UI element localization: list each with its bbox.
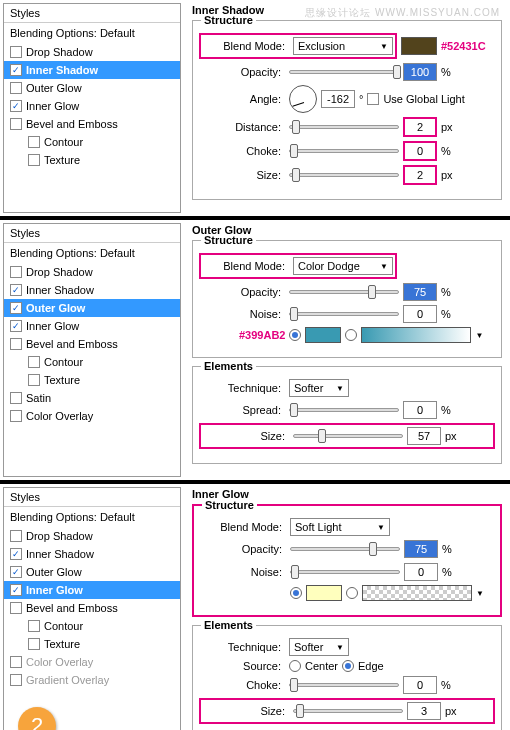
- color-swatch[interactable]: [306, 585, 342, 601]
- fieldset-legend: Structure: [201, 14, 256, 26]
- style-contour[interactable]: Contour: [4, 353, 180, 371]
- style-inner-shadow[interactable]: ✓Inner Shadow: [4, 61, 180, 79]
- gradient-radio[interactable]: [345, 329, 357, 341]
- technique-select[interactable]: Softer▼: [289, 638, 349, 656]
- style-contour[interactable]: Contour: [4, 617, 180, 635]
- global-light-checkbox[interactable]: [367, 93, 379, 105]
- chevron-down-icon: ▼: [380, 262, 388, 271]
- choke-input[interactable]: 0: [403, 141, 437, 161]
- structure-fieldset: Structure Blend Mode: Exclusion▼ #52431C…: [192, 20, 502, 200]
- style-inner-glow[interactable]: ✓Inner Glow: [4, 317, 180, 335]
- spread-input[interactable]: 0: [403, 401, 437, 419]
- checkbox-icon[interactable]: [10, 82, 22, 94]
- blending-options[interactable]: Blending Options: Default: [4, 23, 180, 43]
- style-outer-glow[interactable]: Outer Glow: [4, 79, 180, 97]
- color-hex-label: #52431C: [441, 40, 486, 52]
- style-inner-shadow[interactable]: ✓Inner Shadow: [4, 545, 180, 563]
- blend-mode-select[interactable]: Color Dodge▼: [293, 257, 393, 275]
- checkbox-icon[interactable]: ✓: [10, 100, 22, 112]
- opacity-label: Opacity:: [199, 66, 285, 78]
- style-color-overlay[interactable]: Color Overlay: [4, 653, 180, 671]
- style-satin[interactable]: Satin: [4, 389, 180, 407]
- checkbox-icon[interactable]: [10, 46, 22, 58]
- size-slider[interactable]: [293, 709, 403, 713]
- opacity-input[interactable]: 100: [403, 63, 437, 81]
- technique-select[interactable]: Softer▼: [289, 379, 349, 397]
- distance-input[interactable]: 2: [403, 117, 437, 137]
- style-drop-shadow[interactable]: Drop Shadow: [4, 263, 180, 281]
- color-radio[interactable]: [289, 329, 301, 341]
- style-bevel-emboss[interactable]: Bevel and Emboss: [4, 599, 180, 617]
- style-drop-shadow[interactable]: Drop Shadow: [4, 43, 180, 61]
- style-inner-glow[interactable]: ✓Inner Glow: [4, 581, 180, 599]
- choke-label: Choke:: [199, 145, 285, 157]
- gradient-radio[interactable]: [346, 587, 358, 599]
- noise-input[interactable]: 0: [404, 563, 438, 581]
- style-drop-shadow[interactable]: Drop Shadow: [4, 527, 180, 545]
- angle-input[interactable]: -162: [321, 90, 355, 108]
- styles-panel: Styles Blending Options: Default Drop Sh…: [3, 487, 181, 730]
- checkbox-icon[interactable]: ✓: [10, 64, 22, 76]
- spread-slider[interactable]: [289, 408, 399, 412]
- gradient-preview[interactable]: [361, 327, 471, 343]
- color-swatch[interactable]: [401, 37, 437, 55]
- checkbox-icon[interactable]: [28, 136, 40, 148]
- styles-title: Styles: [4, 4, 180, 23]
- style-bevel-emboss[interactable]: Bevel and Emboss: [4, 335, 180, 353]
- structure-fieldset: Structure Blend Mode: Soft Light▼ Opacit…: [192, 504, 502, 617]
- structure-fieldset: Structure Blend Mode: Color Dodge▼ Opaci…: [192, 240, 502, 358]
- outer-glow-panel: Outer Glow Structure Blend Mode: Color D…: [184, 220, 510, 480]
- color-hex-label: #399AB2: [239, 329, 285, 341]
- opacity-input[interactable]: 75: [403, 283, 437, 301]
- global-light-label: Use Global Light: [383, 93, 464, 105]
- noise-slider[interactable]: [289, 312, 399, 316]
- watermark: 思缘设计论坛 WWW.MISSYUAN.COM: [305, 6, 500, 20]
- style-bevel-emboss[interactable]: Bevel and Emboss: [4, 115, 180, 133]
- style-contour[interactable]: Contour: [4, 133, 180, 151]
- checkbox-icon[interactable]: [10, 118, 22, 130]
- opacity-slider[interactable]: [290, 547, 400, 551]
- size-label: Size:: [199, 169, 285, 181]
- opacity-slider[interactable]: [289, 70, 399, 74]
- elements-fieldset: Elements Technique: Softer▼ Source: Cent…: [192, 625, 502, 730]
- style-inner-shadow[interactable]: ✓Inner Shadow: [4, 281, 180, 299]
- blend-mode-label: Blend Mode:: [203, 40, 289, 52]
- distance-label: Distance:: [199, 121, 285, 133]
- size-slider[interactable]: [289, 173, 399, 177]
- source-center-radio[interactable]: [289, 660, 301, 672]
- style-texture[interactable]: Texture: [4, 635, 180, 653]
- style-outer-glow[interactable]: ✓Outer Glow: [4, 563, 180, 581]
- size-slider[interactable]: [293, 434, 403, 438]
- style-texture[interactable]: Texture: [4, 371, 180, 389]
- style-texture[interactable]: Texture: [4, 151, 180, 169]
- color-swatch[interactable]: [305, 327, 341, 343]
- angle-dial[interactable]: [289, 85, 317, 113]
- style-gradient-overlay[interactable]: Gradient Overlay: [4, 671, 180, 689]
- style-color-overlay[interactable]: Color Overlay: [4, 407, 180, 425]
- size-input[interactable]: 3: [407, 702, 441, 720]
- checkbox-icon[interactable]: [28, 154, 40, 166]
- noise-slider[interactable]: [290, 570, 400, 574]
- inner-glow-panel: Inner Glow Structure Blend Mode: Soft Li…: [184, 484, 510, 730]
- opacity-slider[interactable]: [289, 290, 399, 294]
- opacity-input[interactable]: 75: [404, 540, 438, 558]
- color-radio[interactable]: [290, 587, 302, 599]
- size-input[interactable]: 57: [407, 427, 441, 445]
- choke-input[interactable]: 0: [403, 676, 437, 694]
- distance-slider[interactable]: [289, 125, 399, 129]
- styles-panel: Styles Blending Options: Default Drop Sh…: [3, 3, 181, 213]
- angle-label: Angle:: [199, 93, 285, 105]
- size-input[interactable]: 2: [403, 165, 437, 185]
- chevron-down-icon: ▼: [336, 643, 344, 652]
- chevron-down-icon: ▼: [336, 384, 344, 393]
- noise-input[interactable]: 0: [403, 305, 437, 323]
- style-outer-glow[interactable]: ✓Outer Glow: [4, 299, 180, 317]
- blend-mode-select[interactable]: Exclusion▼: [293, 37, 393, 55]
- choke-slider[interactable]: [289, 683, 399, 687]
- blend-mode-select[interactable]: Soft Light▼: [290, 518, 390, 536]
- gradient-preview[interactable]: [362, 585, 472, 601]
- source-edge-radio[interactable]: [342, 660, 354, 672]
- styles-panel: Styles Blending Options: Default Drop Sh…: [3, 223, 181, 477]
- choke-slider[interactable]: [289, 149, 399, 153]
- style-inner-glow[interactable]: ✓Inner Glow: [4, 97, 180, 115]
